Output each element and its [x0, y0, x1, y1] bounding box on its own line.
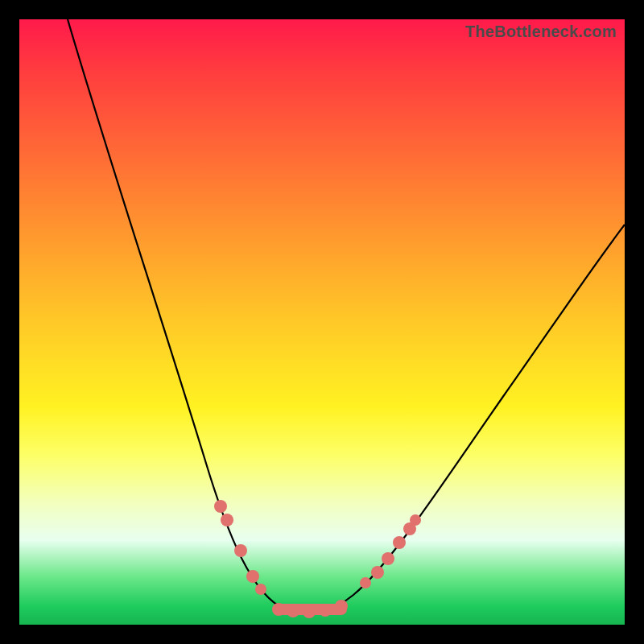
marker-dot: [335, 600, 348, 613]
marker-dot: [234, 544, 247, 557]
marker-dot: [246, 570, 259, 583]
marker-dot: [303, 605, 316, 618]
chart-frame: TheBottleneck.com: [0, 0, 644, 644]
curve-svg: [19, 19, 625, 625]
marker-dot: [319, 604, 332, 617]
marker-dot: [272, 603, 285, 616]
marker-dot: [221, 514, 233, 526]
marker-dot: [287, 605, 299, 617]
marker-dot: [360, 577, 371, 588]
marker-dot: [214, 500, 227, 513]
bottleneck-curve: [68, 19, 625, 613]
marker-dot: [393, 536, 406, 549]
marker-dot: [371, 566, 384, 579]
marker-dot: [255, 584, 266, 595]
plot-area: TheBottleneck.com: [19, 19, 625, 625]
marker-dot: [410, 514, 421, 526]
marker-dot: [382, 552, 394, 565]
